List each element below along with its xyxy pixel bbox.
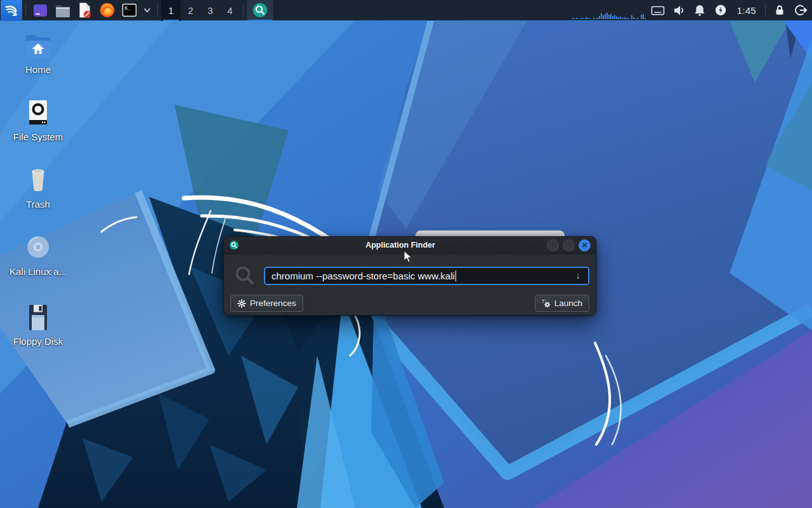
launcher-desktop-settings[interactable] [29,0,51,21]
search-icon [235,265,255,286]
desktop-icon-trash[interactable]: Trash [3,166,73,210]
workspace-button-2[interactable]: 2 [181,0,200,21]
power-manager-indicator[interactable] [712,0,730,21]
notifications-indicator[interactable] [691,0,709,21]
panel-separator [243,3,244,17]
volume-icon [672,3,686,17]
minimize-button[interactable] [547,239,559,251]
svg-text:$_: $_ [124,5,131,11]
keyboard-icon [651,4,665,17]
bell-icon [693,3,707,17]
home-folder-icon [23,33,53,60]
kali-logo-icon [3,2,20,18]
terminal-dropdown-button[interactable] [140,0,154,21]
desktop-icon-home[interactable]: Home [3,33,73,75]
window-title: Application Finder [262,241,539,250]
application-finder-window: Application Finder ✕ chromium --password… [223,236,596,316]
desktop-icon-label: Floppy Disk [3,336,73,347]
close-button[interactable]: ✕ [579,239,591,251]
maximize-button[interactable] [563,239,575,251]
activity-graph-applet [572,0,648,21]
purple-window-icon [32,3,48,18]
clock[interactable]: 1:45 [731,0,762,21]
command-text: chromium --password-store=basic www.kali [272,271,455,281]
volume-indicator[interactable] [670,0,688,21]
launch-label: Launch [554,298,582,308]
workspace-button-1[interactable]: 1 [161,0,181,21]
launcher-text-editor[interactable] [74,0,96,21]
panel-separator [157,3,158,17]
launcher-file-manager[interactable] [51,0,74,21]
launch-button[interactable]: Launch [535,295,589,312]
mouse-cursor [403,250,416,264]
workspace-button-4[interactable]: 4 [220,0,240,21]
desktop-icon-label: File System [3,131,73,142]
desktop-icon-file-system[interactable]: File System [3,99,73,142]
firefox-icon [99,2,115,18]
close-icon: ✕ [582,242,587,249]
desktop-icon-label: Home [3,64,73,75]
hard-drive-icon [23,99,53,127]
gear-icon [237,299,246,308]
applications-menu-button[interactable] [1,0,22,21]
top-panel: $_ 1 2 3 4 [0,0,812,21]
desktop-icon-floppy[interactable]: Floppy Disk [3,304,73,347]
logout-button[interactable] [791,0,809,21]
lock-icon [773,3,787,17]
floppy-disk-icon [23,304,53,331]
chevron-down-icon [143,6,152,15]
dropdown-arrow-icon[interactable]: ↓ [572,270,584,281]
desktop-icon-label: Trash [3,199,73,210]
run-icon [542,299,551,308]
panel-separator [25,3,26,17]
application-finder-icon [252,2,268,18]
cd-disc-icon [23,232,53,262]
folder-icon [55,3,71,18]
launcher-terminal[interactable]: $_ [118,0,140,21]
workspace-button-3[interactable]: 3 [200,0,220,21]
panel-separator [765,3,766,17]
keyboard-indicator[interactable] [649,0,667,21]
power-battery-icon [714,3,728,17]
desktop-icon-kali-cd[interactable]: Kali Linux a... [3,232,73,277]
logout-icon [794,3,808,17]
command-input[interactable]: chromium --password-store=basic www.kali… [264,267,589,285]
desktop-icon-label: Kali Linux a... [3,266,73,277]
preferences-label: Preferences [250,298,296,308]
taskbar-application-finder[interactable] [247,0,273,21]
text-caret [455,271,456,281]
lock-screen-button[interactable] [770,0,789,21]
launcher-firefox[interactable] [96,0,118,21]
application-finder-icon [229,240,239,250]
terminal-icon: $_ [122,3,137,18]
workspace-switcher: 1 2 3 4 [161,0,240,21]
preferences-button[interactable]: Preferences [230,295,303,312]
trash-icon [23,166,53,194]
document-icon [77,2,92,18]
